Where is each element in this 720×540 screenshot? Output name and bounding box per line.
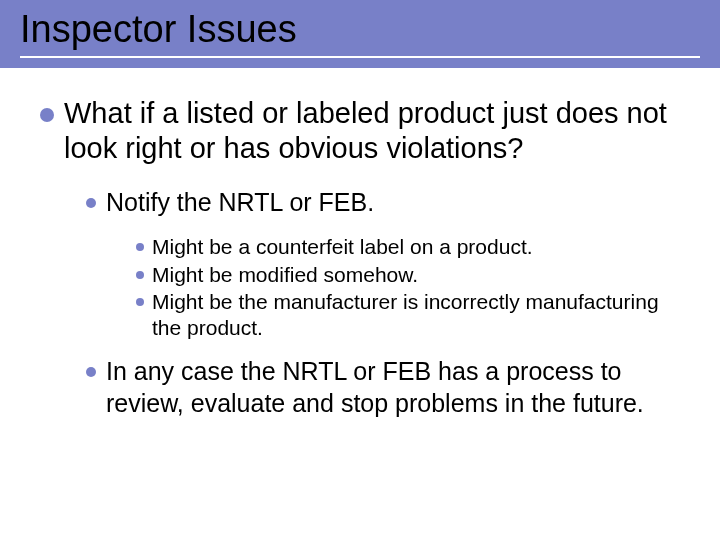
bullet-level2: In any case the NRTL or FEB has a proces… (86, 356, 680, 419)
slide-title: Inspector Issues (20, 8, 297, 51)
slide-content: What if a listed or labeled product just… (40, 96, 680, 429)
bullet-level1: What if a listed or labeled product just… (40, 96, 680, 167)
bullet-text: Might be a counterfeit label on a produc… (152, 234, 533, 260)
slide: Inspector Issues What if a listed or lab… (0, 0, 720, 540)
bullet-text: Might be the manufacturer is incorrectly… (152, 289, 680, 340)
bullet-text: In any case the NRTL or FEB has a proces… (106, 356, 680, 419)
title-underline (20, 56, 700, 58)
bullet-level3: Might be modified somehow. (136, 262, 680, 288)
bullet-text: What if a listed or labeled product just… (64, 96, 680, 167)
bullet-icon (136, 298, 144, 306)
bullet-text: Notify the NRTL or FEB. (106, 187, 374, 218)
bullet-icon (136, 271, 144, 279)
bullet-icon (136, 243, 144, 251)
bullet-level3: Might be the manufacturer is incorrectly… (136, 289, 680, 340)
bullet-icon (86, 367, 96, 377)
bullet-level3: Might be a counterfeit label on a produc… (136, 234, 680, 260)
bullet-icon (40, 108, 54, 122)
bullet-text: Might be modified somehow. (152, 262, 418, 288)
bullet-level2: Notify the NRTL or FEB. (86, 187, 680, 218)
bullet-icon (86, 198, 96, 208)
